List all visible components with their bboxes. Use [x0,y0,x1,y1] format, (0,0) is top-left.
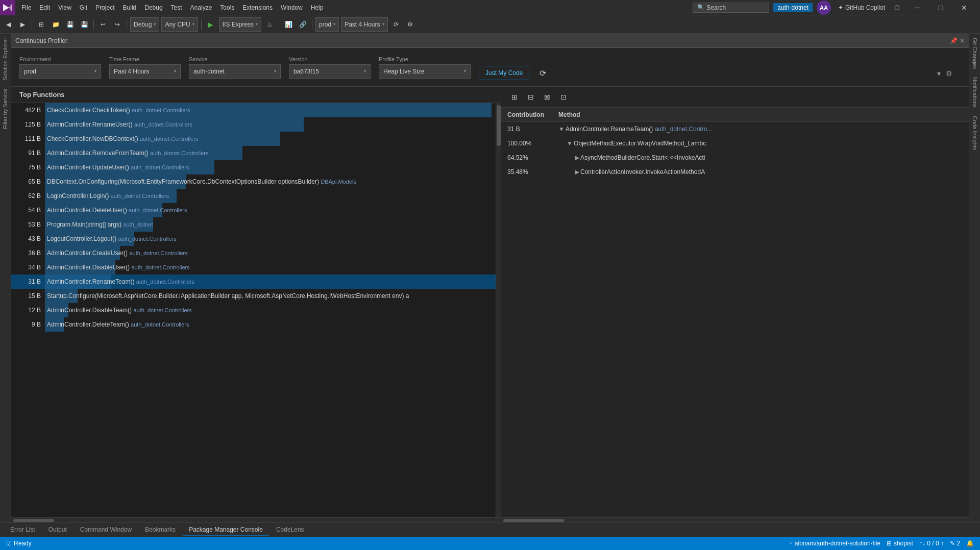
menu-help[interactable]: Help [307,2,328,13]
code-insights-tab[interactable]: Code Insights [969,112,980,154]
menu-debug[interactable]: Debug [140,2,166,13]
timeframe-dropdown[interactable]: Past 4 Hours ▾ [109,64,181,79]
service-dropdown[interactable]: auth-dotnet ▾ [189,64,281,79]
close-button[interactable]: ✕ [952,0,976,15]
new-project-button[interactable]: ⊞ [35,17,47,32]
build-status[interactable]: ↑↓ 0 / 0 ↑ [917,540,946,547]
function-row[interactable]: 125 BAdminController.RenameUser() auth_d… [11,117,496,132]
filter-by-service-tab[interactable]: Filter by Service [0,85,11,133]
tree-row[interactable]: 31 B▼ AdminController.RenameTeam() auth_… [501,122,969,136]
share-icon[interactable]: ⬡ [892,4,901,11]
call-tree-h-scrollbar[interactable] [501,517,969,522]
function-row[interactable]: 53 BProgram.Main(string[] args) auth_dot… [11,217,496,232]
debug-config-dropdown[interactable]: Debug ▾ [130,17,159,32]
just-my-code-button[interactable]: Just My Code [479,66,529,80]
git-status[interactable]: ⑂ alonam/auth-dotnet-solution-file [787,540,883,547]
bell-status[interactable]: 🔔 [964,540,976,547]
save-all-button[interactable]: 💾 [78,17,90,32]
status-ready[interactable]: ☑ Ready [4,540,34,547]
function-row[interactable]: 75 BAdminController.UpdateUser() auth_do… [11,160,496,174]
menu-window[interactable]: Window [277,2,307,13]
function-row[interactable]: 15 BStartup.Configure(Microsoft.AspNetCo… [11,289,496,303]
function-row[interactable]: 12 BAdminController.DisableTeam() auth_d… [11,303,496,317]
tab-error-list[interactable]: Error List [4,524,41,536]
tab-codelens[interactable]: CodeLens [270,524,310,536]
menu-extensions[interactable]: Extensions [238,2,277,13]
environment-dropdown[interactable]: prod ▾ [19,64,101,79]
minimize-button[interactable]: ─ [905,0,929,15]
panel-pin-icon[interactable]: 📌 [950,37,958,44]
toolbar-refresh-button[interactable]: ⟳ [390,17,402,32]
function-row[interactable]: 65 BDBContext.OnConfiguring(Microsoft.En… [11,174,496,189]
hot-reload-button[interactable]: ♨ [263,17,276,32]
function-row[interactable]: 36 BAdminController.CreateUser() auth_do… [11,246,496,260]
tree-row[interactable]: 64.52%▶ AsyncMethodBuilderCore.Start<.<<… [501,151,969,165]
function-row[interactable]: 111 BCheckController.NewDBContext() auth… [11,132,496,146]
func-h-scroll-thumb[interactable] [13,519,54,522]
tab-output[interactable]: Output [42,524,73,536]
open-button[interactable]: 📁 [50,17,62,32]
maximize-button[interactable]: □ [929,0,952,15]
refresh-button[interactable]: ⟳ [537,66,548,80]
perf-button[interactable]: 📊 [282,17,295,32]
github-copilot-button[interactable]: ✦ GitHub Copilot [835,4,888,11]
call-tree-tool-3[interactable]: ⊠ [540,90,554,104]
panel-settings-icon[interactable]: ⚙ [944,67,954,80]
save-button[interactable]: 💾 [64,17,76,32]
function-row[interactable]: 54 BAdminController.DeleteUser() auth_do… [11,203,496,217]
function-row[interactable]: 43 BLogoutController.Logout() auth_dotne… [11,232,496,246]
menu-git[interactable]: Git [76,2,91,13]
version-dropdown[interactable]: ba673f15 ▾ [289,64,371,79]
tree-row[interactable]: 100.00%▼ ObjectMethodExecutor.WrapVoidMe… [501,136,969,151]
function-row[interactable]: 9 BAdminController.DeleteTeam() auth_dot… [11,317,496,332]
toolbar-settings-button[interactable]: ⚙ [404,17,416,32]
undo-button[interactable]: ↩ [97,17,109,32]
function-row[interactable]: 482 BCheckController.CheckToken() auth_d… [11,103,496,117]
call-tree-body[interactable]: 31 B▼ AdminController.RenameTeam() auth_… [501,122,969,517]
back-button[interactable]: ◀ [2,17,14,32]
func-bar-container: AdminController.DeleteTeam() auth_dotnet… [45,317,492,332]
panel-close-icon[interactable]: ✕ [960,37,965,44]
solution-explorer-tab[interactable]: Solution Explorer [0,34,11,85]
forward-button[interactable]: ▶ [16,17,29,32]
user-avatar[interactable]: AA [817,1,831,15]
shopist-status[interactable]: ⊞ shopist [885,540,915,547]
menu-edit[interactable]: Edit [35,2,54,13]
menu-view[interactable]: View [54,2,76,13]
tab-command-window[interactable]: Command Window [74,524,138,536]
call-tree-tool-4[interactable]: ⊡ [556,90,571,104]
menu-project[interactable]: Project [91,2,118,13]
platform-dropdown[interactable]: Any CPU ▾ [161,17,198,32]
function-row[interactable]: 62 BLoginController.Login() auth_dotnet.… [11,189,496,203]
panel-dropdown-icon[interactable]: ▾ [935,67,943,80]
call-tree-tool-1[interactable]: ⊞ [507,90,522,104]
tree-row[interactable]: 35.48%▶ ControllerActionInvoker.InvokeAc… [501,165,969,179]
function-row[interactable]: 91 BAdminController.RemoveFromTeam() aut… [11,146,496,160]
env-dropdown[interactable]: prod ▾ [315,17,339,32]
title-search[interactable]: 🔍 Search [693,3,769,13]
tab-bookmarks[interactable]: Bookmarks [139,524,182,536]
redo-button[interactable]: ↪ [111,17,124,32]
menu-analyze[interactable]: Analyze [186,2,216,13]
func-h-scrollbar[interactable] [11,517,501,522]
menu-build[interactable]: Build [119,2,141,13]
notifications-tab[interactable]: Notifications [969,73,980,112]
iis-express-dropdown[interactable]: IIS Express ▾ [219,17,261,32]
menu-file[interactable]: File [17,2,35,13]
tab-package-manager[interactable]: Package Manager Console [183,524,269,536]
call-tree-h-thumb[interactable] [503,519,565,522]
function-row[interactable]: 34 BAdminController.DisableUser() auth_d… [11,260,496,274]
call-tree-tool-2[interactable]: ⊟ [524,90,538,104]
run-button[interactable]: ▶ [205,17,217,32]
func-size: 482 B [15,107,41,114]
edit-count[interactable]: ✎ 2 [948,540,962,547]
timeframe-toolbar-dropdown[interactable]: Past 4 Hours ▾ [341,17,387,32]
function-list[interactable]: 482 BCheckController.CheckToken() auth_d… [11,103,496,517]
menu-test[interactable]: Test [167,2,186,13]
attach-button[interactable]: 🔗 [297,17,309,32]
menu-tools[interactable]: Tools [216,2,238,13]
function-row[interactable]: 31 BAdminController.RenameTeam() auth_do… [11,274,496,289]
git-changes-tab[interactable]: Git Changes [969,34,980,73]
func-list-scrollbar[interactable] [496,103,501,517]
profile-type-dropdown[interactable]: Heap Live Size ▾ [379,64,471,79]
